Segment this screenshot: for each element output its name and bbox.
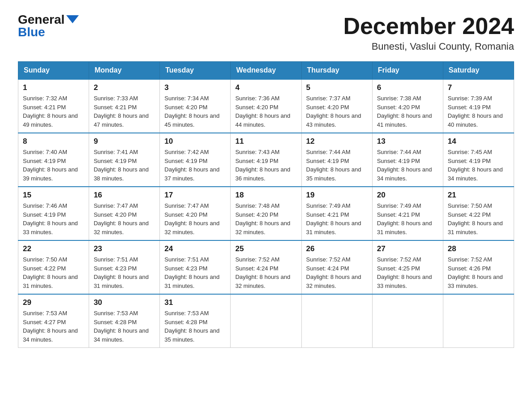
day-info: Sunrise: 7:49 AM Sunset: 4:21 PM Dayligh… — [306, 201, 368, 236]
day-number: 6 — [377, 83, 438, 92]
day-info: Sunrise: 7:47 AM Sunset: 4:20 PM Dayligh… — [94, 201, 155, 236]
calendar-cell: 31 Sunrise: 7:53 AM Sunset: 4:28 PM Dayl… — [160, 294, 231, 348]
day-number: 10 — [164, 137, 226, 146]
calendar-table: SundayMondayTuesdayWednesdayThursdayFrid… — [18, 61, 514, 348]
calendar-cell: 2 Sunrise: 7:33 AM Sunset: 4:21 PM Dayli… — [89, 79, 160, 133]
day-info: Sunrise: 7:52 AM Sunset: 4:24 PM Dayligh… — [235, 255, 296, 290]
day-number: 30 — [94, 298, 155, 307]
calendar-cell: 3 Sunrise: 7:34 AM Sunset: 4:20 PM Dayli… — [160, 79, 231, 133]
day-info: Sunrise: 7:39 AM Sunset: 4:19 PM Dayligh… — [448, 94, 509, 129]
day-number: 5 — [306, 83, 368, 92]
calendar-cell: 8 Sunrise: 7:40 AM Sunset: 4:19 PM Dayli… — [18, 133, 89, 187]
day-number: 7 — [448, 83, 509, 92]
header-wednesday: Wednesday — [231, 62, 301, 80]
calendar-cell — [231, 294, 301, 348]
day-number: 12 — [306, 137, 368, 146]
calendar-cell: 25 Sunrise: 7:52 AM Sunset: 4:24 PM Dayl… — [231, 240, 301, 294]
calendar-cell: 23 Sunrise: 7:51 AM Sunset: 4:23 PM Dayl… — [89, 240, 160, 294]
day-number: 11 — [235, 137, 296, 146]
week-row-1: 1 Sunrise: 7:32 AM Sunset: 4:21 PM Dayli… — [18, 79, 514, 133]
calendar-cell: 16 Sunrise: 7:47 AM Sunset: 4:20 PM Dayl… — [89, 187, 160, 240]
day-info: Sunrise: 7:52 AM Sunset: 4:24 PM Dayligh… — [306, 255, 368, 290]
day-info: Sunrise: 7:52 AM Sunset: 4:25 PM Dayligh… — [377, 255, 438, 290]
calendar-cell: 20 Sunrise: 7:49 AM Sunset: 4:21 PM Dayl… — [372, 187, 443, 240]
calendar-cell: 26 Sunrise: 7:52 AM Sunset: 4:24 PM Dayl… — [301, 240, 372, 294]
calendar-cell: 24 Sunrise: 7:51 AM Sunset: 4:23 PM Dayl… — [160, 240, 231, 294]
calendar-cell: 11 Sunrise: 7:43 AM Sunset: 4:19 PM Dayl… — [231, 133, 301, 187]
calendar-cell: 4 Sunrise: 7:36 AM Sunset: 4:20 PM Dayli… — [231, 79, 301, 133]
day-info: Sunrise: 7:46 AM Sunset: 4:19 PM Dayligh… — [23, 201, 84, 236]
day-info: Sunrise: 7:53 AM Sunset: 4:28 PM Dayligh… — [94, 309, 155, 344]
day-info: Sunrise: 7:36 AM Sunset: 4:20 PM Dayligh… — [235, 94, 296, 129]
calendar-cell: 21 Sunrise: 7:50 AM Sunset: 4:22 PM Dayl… — [443, 187, 514, 240]
day-info: Sunrise: 7:40 AM Sunset: 4:19 PM Dayligh… — [23, 148, 84, 183]
day-number: 25 — [235, 244, 296, 253]
day-number: 24 — [164, 244, 226, 253]
logo-triangle-icon — [66, 15, 79, 23]
day-number: 17 — [164, 191, 226, 200]
day-number: 14 — [448, 137, 509, 146]
day-info: Sunrise: 7:41 AM Sunset: 4:19 PM Dayligh… — [94, 148, 155, 183]
day-number: 22 — [23, 244, 84, 253]
day-number: 20 — [377, 191, 438, 200]
calendar-cell — [443, 294, 514, 348]
day-info: Sunrise: 7:32 AM Sunset: 4:21 PM Dayligh… — [23, 94, 84, 129]
calendar-cell: 28 Sunrise: 7:52 AM Sunset: 4:26 PM Dayl… — [443, 240, 514, 294]
header-sunday: Sunday — [18, 62, 89, 80]
day-number: 9 — [94, 137, 155, 146]
week-row-4: 22 Sunrise: 7:50 AM Sunset: 4:22 PM Dayl… — [18, 240, 514, 294]
day-info: Sunrise: 7:43 AM Sunset: 4:19 PM Dayligh… — [235, 148, 296, 183]
calendar-cell: 12 Sunrise: 7:44 AM Sunset: 4:19 PM Dayl… — [301, 133, 372, 187]
day-number: 27 — [377, 244, 438, 253]
month-year-title: December 2024 — [343, 13, 514, 39]
day-number: 16 — [94, 191, 155, 200]
day-number: 21 — [448, 191, 509, 200]
day-number: 23 — [94, 244, 155, 253]
day-number: 8 — [23, 137, 84, 146]
calendar-cell: 15 Sunrise: 7:46 AM Sunset: 4:19 PM Dayl… — [18, 187, 89, 240]
calendar-header-row: SundayMondayTuesdayWednesdayThursdayFrid… — [18, 62, 514, 80]
day-info: Sunrise: 7:48 AM Sunset: 4:20 PM Dayligh… — [235, 201, 296, 236]
day-info: Sunrise: 7:45 AM Sunset: 4:19 PM Dayligh… — [448, 148, 509, 183]
day-number: 31 — [164, 298, 226, 307]
header-friday: Friday — [372, 62, 443, 80]
day-info: Sunrise: 7:33 AM Sunset: 4:21 PM Dayligh… — [94, 94, 155, 129]
day-info: Sunrise: 7:53 AM Sunset: 4:28 PM Dayligh… — [164, 309, 226, 344]
day-number: 29 — [23, 298, 84, 307]
day-info: Sunrise: 7:44 AM Sunset: 4:19 PM Dayligh… — [306, 148, 368, 183]
day-number: 26 — [306, 244, 368, 253]
calendar-cell: 1 Sunrise: 7:32 AM Sunset: 4:21 PM Dayli… — [18, 79, 89, 133]
calendar-cell: 19 Sunrise: 7:49 AM Sunset: 4:21 PM Dayl… — [301, 187, 372, 240]
calendar-cell: 9 Sunrise: 7:41 AM Sunset: 4:19 PM Dayli… — [89, 133, 160, 187]
day-info: Sunrise: 7:52 AM Sunset: 4:26 PM Dayligh… — [448, 255, 509, 290]
location-subtitle: Bunesti, Vaslui County, Romania — [343, 41, 514, 52]
calendar-cell: 22 Sunrise: 7:50 AM Sunset: 4:22 PM Dayl… — [18, 240, 89, 294]
day-number: 15 — [23, 191, 84, 200]
calendar-cell: 18 Sunrise: 7:48 AM Sunset: 4:20 PM Dayl… — [231, 187, 301, 240]
day-info: Sunrise: 7:37 AM Sunset: 4:20 PM Dayligh… — [306, 94, 368, 129]
header-tuesday: Tuesday — [160, 62, 231, 80]
calendar-cell: 7 Sunrise: 7:39 AM Sunset: 4:19 PM Dayli… — [443, 79, 514, 133]
day-info: Sunrise: 7:34 AM Sunset: 4:20 PM Dayligh… — [164, 94, 226, 129]
day-info: Sunrise: 7:44 AM Sunset: 4:19 PM Dayligh… — [377, 148, 438, 183]
day-info: Sunrise: 7:51 AM Sunset: 4:23 PM Dayligh… — [94, 255, 155, 290]
day-number: 1 — [23, 83, 84, 92]
header-thursday: Thursday — [301, 62, 372, 80]
calendar-cell: 30 Sunrise: 7:53 AM Sunset: 4:28 PM Dayl… — [89, 294, 160, 348]
header-monday: Monday — [89, 62, 160, 80]
title-block: December 2024 Bunesti, Vaslui County, Ro… — [343, 13, 514, 52]
header-saturday: Saturday — [443, 62, 514, 80]
day-number: 28 — [448, 244, 509, 253]
day-info: Sunrise: 7:51 AM Sunset: 4:23 PM Dayligh… — [164, 255, 226, 290]
day-number: 2 — [94, 83, 155, 92]
logo-general-text: General — [18, 13, 64, 26]
calendar-cell: 6 Sunrise: 7:38 AM Sunset: 4:20 PM Dayli… — [372, 79, 443, 133]
day-info: Sunrise: 7:42 AM Sunset: 4:19 PM Dayligh… — [164, 148, 226, 183]
calendar-cell: 27 Sunrise: 7:52 AM Sunset: 4:25 PM Dayl… — [372, 240, 443, 294]
day-info: Sunrise: 7:49 AM Sunset: 4:21 PM Dayligh… — [377, 201, 438, 236]
day-info: Sunrise: 7:38 AM Sunset: 4:20 PM Dayligh… — [377, 94, 438, 129]
calendar-cell: 17 Sunrise: 7:47 AM Sunset: 4:20 PM Dayl… — [160, 187, 231, 240]
day-info: Sunrise: 7:47 AM Sunset: 4:20 PM Dayligh… — [164, 201, 226, 236]
calendar-cell: 5 Sunrise: 7:37 AM Sunset: 4:20 PM Dayli… — [301, 79, 372, 133]
calendar-cell: 29 Sunrise: 7:53 AM Sunset: 4:27 PM Dayl… — [18, 294, 89, 348]
